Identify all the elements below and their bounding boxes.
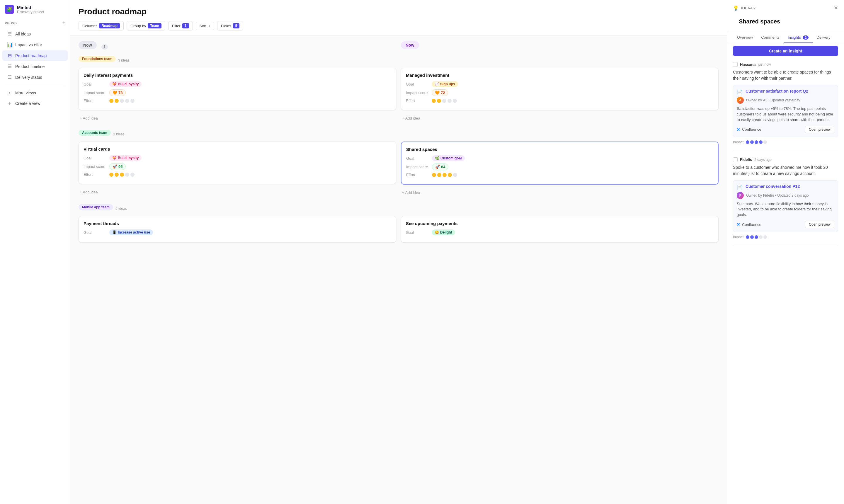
sidebar-item-impact[interactable]: 📊 Impact vs effor — [2, 39, 68, 50]
tab-insights[interactable]: Insights 2 — [784, 32, 813, 43]
sidebar-item-create-view[interactable]: + Create a view — [2, 98, 68, 108]
confluence-label: Confluence — [742, 127, 761, 131]
page-title: Product roadmap — [78, 7, 719, 16]
insight-card-title-2[interactable]: Customer conversation P12 — [746, 184, 800, 189]
card-managed-investment[interactable]: Managed investment Goal 📈 Sign ups Impac… — [401, 68, 719, 110]
card-payment-threads[interactable]: Payment threads Goal 📱 Increase active u… — [78, 216, 396, 242]
sidebar-item-all-ideas[interactable]: ☰ All ideas — [2, 29, 68, 39]
add-idea-foundations-left[interactable]: + Add idea — [78, 114, 396, 123]
goal-label: Goal — [406, 156, 430, 161]
card-title: Payment threads — [84, 221, 391, 226]
group-by-button[interactable]: Group by Team — [127, 21, 165, 31]
insight-card-footer-2: ✖ Confluence Open preview — [737, 221, 834, 228]
idea-id-row: 💡 IDEA-82 ✕ — [733, 5, 838, 11]
sidebar-item-label: Product roadmap — [15, 53, 47, 58]
card-virtual-cards[interactable]: Virtual cards Goal 💝 Build loyalty Impac… — [78, 142, 396, 184]
add-idea-foundations-right[interactable]: + Add idea — [401, 114, 719, 123]
effort-dot — [432, 99, 436, 103]
effort-dots — [432, 173, 457, 177]
tab-overview[interactable]: Overview — [733, 32, 757, 43]
column-right-accounts: Shared spaces Goal 🌿 Custom goal Impact … — [401, 142, 719, 197]
add-view-icon[interactable]: + — [62, 20, 65, 26]
filter-button[interactable]: Filter 1 — [168, 21, 193, 31]
confluence-icon-2: ✖ — [737, 222, 740, 227]
sidebar-item-delivery-status[interactable]: ☰ Delivery status — [2, 72, 68, 82]
mobile-ideas: Payment threads Goal 📱 Increase active u… — [78, 216, 719, 246]
col-header-now-left: Now 1 — [78, 41, 396, 56]
insight-card-title-1[interactable]: Customer satisfaction report Q2 — [746, 89, 808, 93]
add-idea-accounts-right[interactable]: + Add idea — [401, 188, 719, 197]
sidebar: 🧩 Minted Discovery project Views + ☰ All… — [0, 0, 70, 504]
effort-label: Effort — [84, 172, 107, 177]
sort-button[interactable]: Sort + — [196, 22, 214, 30]
impact-dot — [755, 140, 758, 144]
effort-label: Effort — [406, 98, 429, 103]
close-button[interactable]: ✕ — [834, 5, 838, 11]
column-left-foundations: Daily interest payments Goal 💝 Build loy… — [78, 68, 396, 123]
effort-dot — [437, 99, 441, 103]
columns-value: Roadmap — [99, 23, 120, 29]
score-label: Impact score — [84, 91, 107, 95]
team-section-mobile: Mobile app team 5 ideas Payment threads … — [78, 204, 719, 246]
team-count-mobile: 5 ideas — [115, 206, 127, 211]
columns-button[interactable]: Columns Roadmap — [78, 21, 124, 31]
tab-delivery[interactable]: Delivery — [813, 32, 834, 43]
impact-row-1: Impact — [733, 140, 838, 144]
sidebar-item-product-roadmap[interactable]: ⊞ Product roadmap — [2, 50, 68, 61]
card-effort-field: Effort — [406, 173, 713, 177]
sidebar-item-product-timeline[interactable]: ☰ Product timeline — [2, 61, 68, 72]
card-title: Daily interest payments — [84, 73, 391, 78]
insight-card-header-2: 📄 Customer conversation P12 — [737, 184, 834, 190]
score-tag: 🚀 95 — [109, 163, 126, 170]
insight-card-owner-2: F Owned by Fidelis • Updated 2 days ago — [737, 192, 834, 199]
add-idea-label: + Add idea — [80, 116, 98, 121]
card-goal-field: Goal 💝 Build loyalty — [84, 81, 391, 87]
effort-dots — [109, 99, 134, 103]
impact-dot — [755, 235, 758, 239]
col-count-left: 1 — [102, 44, 108, 50]
effort-dot — [437, 173, 441, 177]
document-icon: 📄 — [737, 89, 742, 95]
card-daily-interest[interactable]: Daily interest payments Goal 💝 Build loy… — [78, 68, 396, 110]
sidebar-item-label: Delivery status — [15, 75, 42, 80]
panel-title: Shared spaces — [733, 14, 838, 27]
card-goal-field: Goal 😋 Delight — [406, 230, 714, 235]
card-title: Virtual cards — [84, 146, 391, 151]
tab-comments[interactable]: Comments — [757, 32, 784, 43]
card-upcoming-payments[interactable]: See upcoming payments Goal 😋 Delight — [401, 216, 719, 242]
open-preview-button-2[interactable]: Open preview — [805, 221, 834, 228]
confluence-link-1: ✖ Confluence — [737, 127, 761, 132]
effort-dot — [448, 173, 452, 177]
insight-card-desc-1: Satisfaction was up +5% to 78%. The top … — [737, 106, 834, 123]
effort-dot-empty — [130, 173, 134, 177]
card-shared-spaces[interactable]: Shared spaces Goal 🌿 Custom goal Impact … — [401, 142, 719, 185]
open-preview-button-1[interactable]: Open preview — [805, 126, 834, 133]
filter-label: Filter — [172, 24, 181, 28]
effort-label: Effort — [406, 173, 430, 177]
score-label: Impact score — [406, 165, 430, 169]
column-left-accounts: Virtual cards Goal 💝 Build loyalty Impac… — [78, 142, 396, 197]
foundations-ideas: Daily interest payments Goal 💝 Build loy… — [78, 68, 719, 123]
insight-checkbox-2[interactable] — [733, 157, 738, 162]
score-tag: 🧡 78 — [109, 89, 126, 96]
team-count-foundations: 3 ideas — [118, 58, 129, 62]
main-content: Product roadmap Columns Roadmap Group by… — [70, 0, 727, 504]
score-label: Impact score — [406, 91, 429, 95]
create-insight-button[interactable]: Create an insight — [733, 46, 838, 56]
insight-card-1: 📄 Customer satisfaction report Q2 A Owne… — [733, 85, 838, 137]
effort-dot — [432, 173, 436, 177]
effort-dot-empty — [453, 99, 457, 103]
sidebar-item-more-views[interactable]: › More views — [2, 88, 68, 98]
add-idea-accounts-left[interactable]: + Add idea — [78, 187, 396, 197]
goal-tag: 😋 Delight — [432, 230, 455, 235]
sidebar-item-label: More views — [15, 91, 36, 95]
column-headers: Now 1 Now — [78, 41, 719, 56]
insight-checkbox-1[interactable] — [733, 62, 738, 67]
views-title: Views — [5, 21, 17, 25]
chevron-right-icon: › — [7, 90, 12, 95]
goal-tag: 💝 Build loyalty — [109, 81, 142, 87]
fields-button[interactable]: Fields 5 — [217, 21, 243, 31]
impact-dot — [750, 140, 754, 144]
card-score-field: Impact score 🚀 95 — [84, 163, 391, 170]
effort-dot-empty — [125, 173, 129, 177]
